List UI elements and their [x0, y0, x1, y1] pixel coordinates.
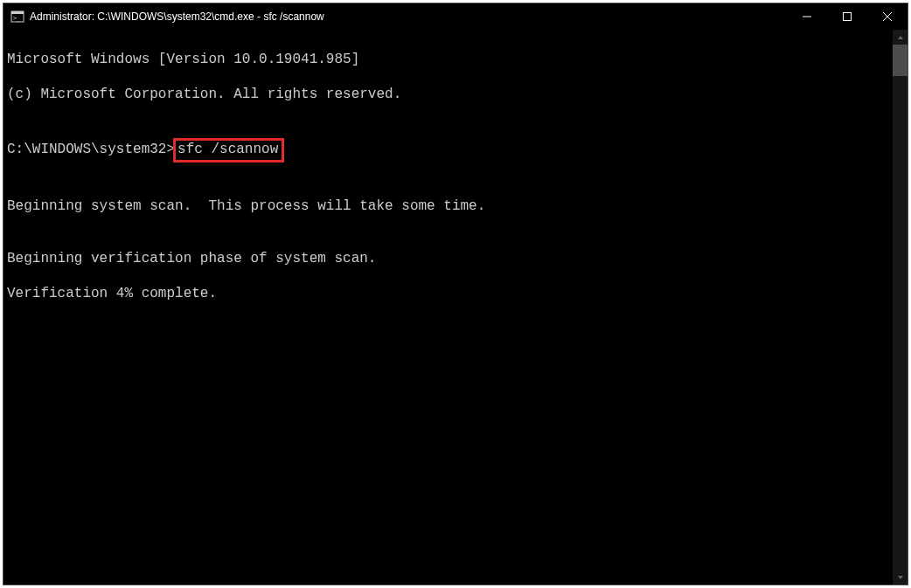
- scroll-thumb[interactable]: [893, 45, 908, 76]
- scroll-up-button[interactable]: [893, 30, 908, 45]
- output-line: (c) Microsoft Corporation. All rights re…: [7, 86, 893, 103]
- content-area: Microsoft Windows [Version 10.0.19041.98…: [3, 30, 908, 585]
- scroll-down-button[interactable]: [893, 570, 908, 585]
- cmd-window: >_ Administrator: C:\WINDOWS\system32\cm…: [3, 3, 908, 585]
- svg-text:>_: >_: [13, 15, 21, 22]
- vertical-scrollbar[interactable]: [893, 30, 908, 585]
- prompt-line: C:\WINDOWS\system32>sfc /scannow: [7, 138, 893, 163]
- close-button[interactable]: [867, 3, 908, 30]
- command-highlight: sfc /scannow: [173, 138, 284, 163]
- terminal-output[interactable]: Microsoft Windows [Version 10.0.19041.98…: [3, 30, 893, 585]
- prompt-path: C:\WINDOWS\system32>: [7, 142, 175, 157]
- scroll-track[interactable]: [893, 45, 908, 570]
- titlebar[interactable]: >_ Administrator: C:\WINDOWS\system32\cm…: [3, 3, 908, 30]
- output-line: Microsoft Windows [Version 10.0.19041.98…: [7, 51, 893, 68]
- minimize-button[interactable]: [787, 3, 827, 30]
- output-line: Beginning verification phase of system s…: [7, 250, 893, 267]
- svg-rect-4: [844, 13, 852, 21]
- svg-marker-7: [898, 36, 903, 39]
- output-line: Beginning system scan. This process will…: [7, 197, 893, 215]
- svg-marker-8: [898, 576, 903, 579]
- window-title: Administrator: C:\WINDOWS\system32\cmd.e…: [30, 10, 324, 23]
- svg-rect-1: [11, 11, 24, 14]
- output-line: Verification 4% complete.: [7, 285, 893, 302]
- window-controls: [787, 3, 908, 30]
- maximize-button[interactable]: [827, 3, 867, 30]
- cmd-icon: >_: [10, 10, 24, 24]
